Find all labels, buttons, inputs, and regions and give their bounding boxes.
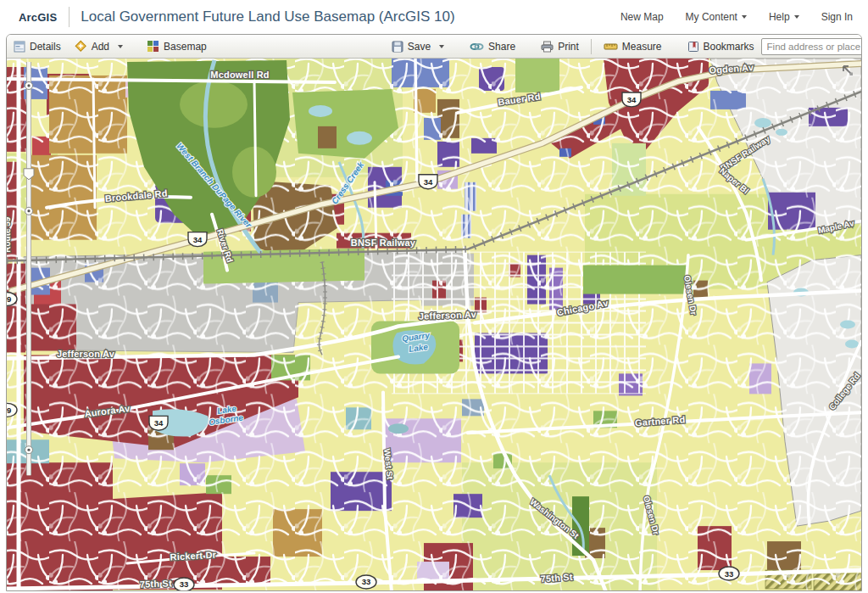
details-button[interactable]: Details (7, 37, 68, 56)
us-34-shield: 34 (149, 416, 168, 430)
page-title: Local Government Future Land Use Basemap… (81, 8, 454, 25)
street-label: 75th St (140, 578, 173, 589)
svg-text:59: 59 (7, 294, 11, 304)
app-header: ArcGIS Local Government Future Land Use … (0, 0, 868, 34)
basemap-icon (147, 40, 159, 53)
svg-text:33: 33 (362, 578, 371, 587)
toolbar: Details Add Basemap Save (7, 35, 861, 59)
share-icon (470, 42, 484, 52)
street-label: BNSF Railway (351, 238, 416, 248)
map-panel: Details Add Basemap Save (6, 34, 862, 591)
chevron-down-icon (794, 15, 799, 19)
svg-text:33: 33 (180, 580, 189, 590)
details-icon (14, 41, 25, 53)
svg-text:34: 34 (193, 235, 203, 244)
search-input[interactable] (761, 38, 862, 55)
arcgis-map-viewer: ArcGIS Local Government Future Land Use … (0, 0, 868, 593)
svg-text:34: 34 (627, 95, 637, 104)
nav-help[interactable]: Help (769, 11, 799, 23)
route-33-shield: 33 (719, 567, 739, 580)
map-canvas[interactable]: 34 34 34 34 (7, 59, 861, 591)
nav-my-content[interactable]: My Content (686, 11, 747, 23)
chevron-down-icon (742, 15, 747, 19)
add-icon (75, 40, 87, 53)
toolbar-middle-group: Save Share Print Measure (385, 37, 761, 56)
add-button[interactable]: Add (68, 37, 130, 56)
save-button[interactable]: Save (385, 37, 451, 56)
street-label: Route 59 (7, 216, 12, 253)
save-icon (392, 41, 403, 53)
nav-sign-in[interactable]: Sign In (821, 11, 853, 23)
street-label: Jefferson Av (57, 349, 115, 359)
header-nav: New Map My Content Help Sign In (620, 11, 853, 23)
us-34-shield: 34 (188, 232, 207, 247)
street-label: Mcdowell Rd (210, 70, 269, 80)
chevron-down-icon (439, 45, 444, 48)
bookmarks-icon (687, 41, 699, 53)
us-34-shield: 34 (622, 92, 641, 107)
print-button[interactable]: Print (534, 37, 586, 56)
basemap-button[interactable]: Basemap (140, 37, 214, 56)
collapse-arrow-icon[interactable] (841, 64, 854, 77)
arcgis-logo[interactable]: ArcGIS (19, 11, 57, 24)
measure-button[interactable]: Measure (597, 37, 669, 56)
header-divider (69, 7, 70, 27)
svg-text:59: 59 (7, 406, 11, 415)
svg-text:34: 34 (424, 177, 433, 187)
search-box (761, 38, 862, 55)
street-label: Jefferson Av (419, 309, 477, 321)
measure-icon (604, 41, 618, 52)
nav-new-map[interactable]: New Map (620, 11, 664, 23)
toolbar-separator (591, 39, 592, 54)
print-icon (541, 41, 554, 53)
chevron-down-icon (118, 45, 123, 48)
us-34-shield: 34 (419, 175, 437, 189)
route-33-shield: 33 (356, 575, 376, 589)
route-33-shield: 33 (174, 578, 194, 591)
svg-text:33: 33 (725, 569, 734, 579)
bookmarks-button[interactable]: Bookmarks (681, 37, 761, 56)
land-use-map: 34 34 34 34 (7, 59, 861, 591)
share-button[interactable]: Share (463, 37, 522, 56)
svg-text:34: 34 (154, 418, 164, 428)
